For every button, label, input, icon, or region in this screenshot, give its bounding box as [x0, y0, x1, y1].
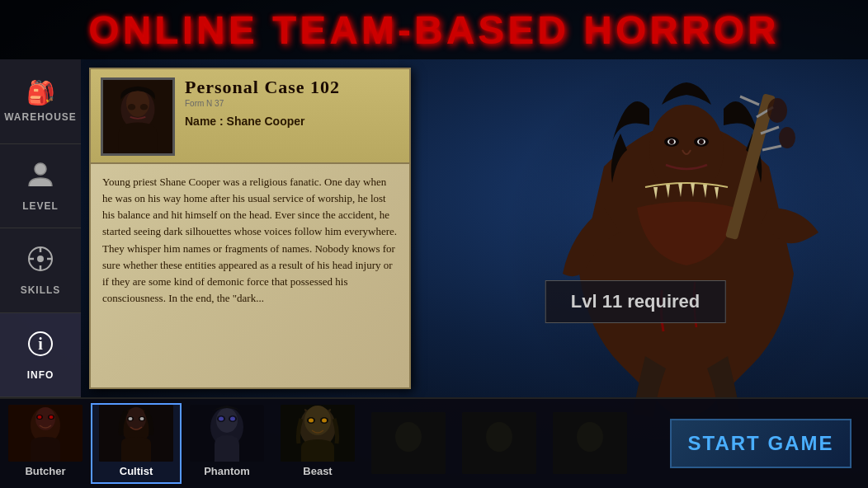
level-required-box: Lvl 11 required [545, 280, 726, 323]
start-game-button[interactable]: START GAME [670, 419, 851, 468]
svg-point-12 [128, 104, 135, 110]
svg-point-20 [669, 139, 674, 144]
svg-point-55 [219, 417, 224, 421]
monster-illustration [480, 43, 868, 439]
char-thumb-7 [553, 412, 627, 474]
case-title: Personal Case 102 [185, 77, 399, 97]
level-required-text: Lvl 11 required [571, 291, 701, 312]
sidebar-item-info[interactable]: i Info [0, 313, 81, 398]
case-description: Young priest Shane Cooper was a religiou… [102, 174, 398, 307]
svg-point-56 [230, 417, 235, 421]
level-icon [26, 160, 55, 195]
svg-point-69 [577, 422, 603, 452]
content-area: Personal Case 102 Form N 37 Name : Shane… [81, 59, 868, 397]
char-thumb-phantom [190, 405, 264, 462]
char-thumb-butcher [8, 405, 83, 462]
svg-point-13 [140, 104, 148, 110]
case-name: Name : Shane Cooper [185, 115, 399, 128]
char-thumb-cultist [99, 405, 173, 462]
skills-icon [26, 244, 55, 279]
char-slot-butcher[interactable]: Butcher [0, 403, 91, 484]
svg-point-41 [38, 415, 42, 419]
sidebar-item-level[interactable]: Level [0, 144, 81, 229]
char-slot-beast[interactable]: Beast [272, 403, 363, 484]
case-card-header: Personal Case 102 Form N 37 Name : Shane… [91, 69, 409, 164]
svg-point-48 [129, 417, 133, 420]
case-title-block: Personal Case 102 Form N 37 Name : Shane… [185, 77, 399, 128]
svg-point-11 [126, 89, 149, 117]
sidebar-item-warehouse[interactable]: 🎒 Warehouse [0, 59, 81, 144]
char-slot-phantom[interactable]: Phantom [182, 403, 272, 484]
case-body: Young priest Shane Cooper was a religiou… [91, 164, 409, 317]
char-slot-6[interactable] [454, 403, 545, 484]
char-thumb-5 [371, 412, 446, 474]
warehouse-icon: 🎒 [26, 79, 55, 106]
char-slot-7[interactable] [545, 403, 635, 484]
svg-point-34 [779, 127, 795, 148]
case-form-num: Form N 37 [185, 99, 399, 108]
char-label-phantom: Phantom [204, 465, 250, 477]
info-icon: i [26, 329, 55, 364]
svg-point-42 [50, 415, 54, 419]
main-title: ONLINE TEAM-BASED HORROR [88, 7, 779, 53]
svg-point-65 [395, 422, 422, 452]
title-bar: ONLINE TEAM-BASED HORROR [0, 0, 868, 59]
case-photo [101, 77, 175, 156]
sidebar-label-level: Level [22, 200, 59, 212]
case-card: Personal Case 102 Form N 37 Name : Shane… [89, 68, 411, 389]
char-slot-5[interactable] [363, 403, 454, 484]
sidebar-label-skills: Skills [21, 284, 61, 296]
char-label-butcher: Butcher [25, 465, 65, 477]
sidebar: 🎒 Warehouse Level Skills [0, 59, 81, 397]
svg-point-49 [140, 417, 144, 420]
svg-point-0 [35, 163, 46, 175]
char-thumb-beast [281, 405, 355, 462]
sidebar-label-info: Info [27, 369, 54, 381]
monster-area: Lvl 11 required [403, 59, 868, 397]
svg-point-21 [699, 139, 704, 144]
char-label-beast: Beast [303, 465, 332, 477]
bottom-bar: Butcher Cultis [0, 397, 868, 488]
char-label-cultist: Cultist [120, 465, 153, 477]
start-game-label: START GAME [688, 432, 834, 455]
case-photo-face [103, 80, 172, 153]
sidebar-label-warehouse: Warehouse [4, 111, 77, 123]
svg-point-33 [767, 98, 787, 123]
svg-text:i: i [38, 335, 43, 353]
char-slot-cultist[interactable]: Cultist [91, 403, 182, 484]
character-slots: Butcher Cultis [0, 399, 670, 488]
sidebar-item-skills[interactable]: Skills [0, 228, 81, 313]
svg-point-63 [322, 419, 327, 423]
svg-point-67 [486, 422, 512, 452]
svg-point-2 [37, 256, 44, 262]
svg-point-62 [309, 419, 314, 423]
char-thumb-6 [462, 412, 536, 474]
svg-point-15 [649, 105, 724, 195]
